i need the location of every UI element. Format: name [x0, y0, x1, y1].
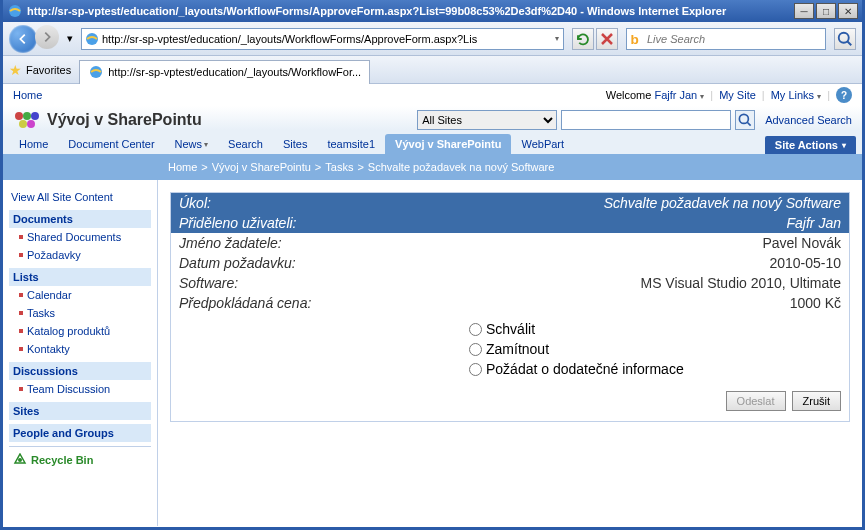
- favorites-label: Favorites: [26, 64, 71, 76]
- leftnav-item[interactable]: Calendar: [9, 286, 151, 304]
- stop-button[interactable]: [596, 28, 618, 50]
- tab-vyvoj-v-sharepointu[interactable]: Vývoj v SharePointu: [385, 134, 511, 154]
- back-button[interactable]: [9, 25, 37, 53]
- top-nav: Home Document Center News▾ Search Sites …: [3, 130, 862, 154]
- url-dropdown[interactable]: ▾: [553, 34, 561, 43]
- leftnav-section-sites[interactable]: Sites: [9, 402, 151, 420]
- svg-point-11: [740, 114, 749, 123]
- bing-icon: b: [627, 30, 645, 48]
- sharepoint-logo-icon: [13, 110, 41, 130]
- leftnav-item[interactable]: Kontakty: [9, 340, 151, 358]
- browser-search-go[interactable]: [834, 28, 856, 50]
- window-title: http://sr-sp-vptest/education/_layouts/W…: [27, 5, 794, 17]
- task-field-label: Přiděleno uživateli:: [179, 215, 379, 231]
- task-field-value: Fajfr Jan: [787, 215, 841, 231]
- refresh-button[interactable]: [572, 28, 594, 50]
- radio-request-info[interactable]: [469, 363, 482, 376]
- tab-webpart[interactable]: WebPart: [511, 134, 574, 154]
- radio-approve[interactable]: [469, 323, 482, 336]
- leftnav-item[interactable]: Katalog produktů: [9, 322, 151, 340]
- site-title: Vývoj v SharePointu: [47, 111, 417, 129]
- sharepoint-topbar: Home Welcome Fajfr Jan ▾ | My Site | My …: [3, 84, 862, 106]
- advanced-search-link[interactable]: Advanced Search: [765, 114, 852, 126]
- site-search-go[interactable]: [735, 110, 755, 130]
- site-title-area: Vývoj v SharePointu All Sites Advanced S…: [3, 106, 862, 130]
- svg-point-8: [31, 112, 39, 120]
- svg-point-13: [18, 458, 22, 462]
- maximize-button[interactable]: □: [816, 3, 836, 19]
- global-home-link[interactable]: Home: [13, 89, 42, 101]
- leftnav-section-documents[interactable]: Documents: [9, 210, 151, 228]
- search-scope-select[interactable]: All Sites: [417, 110, 557, 130]
- task-field-label: Úkol:: [179, 195, 379, 211]
- recycle-icon: [13, 453, 27, 467]
- browser-tab[interactable]: http://sr-sp-vptest/education/_layouts/W…: [79, 60, 370, 84]
- cancel-button[interactable]: Zrušit: [792, 391, 842, 411]
- decision-radio-group: Schválit Zamítnout Požádat o dodatečné i…: [171, 313, 849, 385]
- leftnav-section-people-groups[interactable]: People and Groups: [9, 424, 151, 442]
- svg-line-12: [747, 122, 750, 125]
- svg-point-3: [839, 32, 849, 42]
- ie-icon: [7, 3, 23, 19]
- browser-search-box: b: [626, 28, 826, 50]
- task-field-label: Jméno žadatele:: [179, 235, 379, 251]
- tab-title: http://sr-sp-vptest/education/_layouts/W…: [108, 66, 361, 78]
- site-actions-menu[interactable]: Site Actions▾: [765, 136, 856, 154]
- url-input[interactable]: [102, 33, 553, 45]
- task-field-label: Předpokládaná cena:: [179, 295, 379, 311]
- leftnav-item[interactable]: Požadavky: [9, 246, 151, 264]
- mysite-link[interactable]: My Site: [719, 89, 756, 101]
- breadcrumb: Home > Vývoj v SharePointu > Tasks > Sch…: [3, 154, 862, 180]
- quick-launch: View All Site Content Documents Shared D…: [3, 180, 158, 526]
- tab-home[interactable]: Home: [9, 134, 58, 154]
- task-field-value: 2010-05-10: [769, 255, 841, 271]
- mylinks-menu[interactable]: My Links ▾: [771, 89, 821, 101]
- user-menu[interactable]: Fajfr Jan ▾: [654, 89, 704, 101]
- tab-document-center[interactable]: Document Center: [58, 134, 164, 154]
- close-button[interactable]: ✕: [838, 3, 858, 19]
- page-icon: [84, 31, 100, 47]
- tab-sites[interactable]: Sites: [273, 134, 317, 154]
- tab-search[interactable]: Search: [218, 134, 273, 154]
- tab-teamsite1[interactable]: teamsite1: [317, 134, 385, 154]
- minimize-button[interactable]: ─: [794, 3, 814, 19]
- breadcrumb-current: Schvalte požadavek na nový Software: [368, 161, 555, 173]
- help-icon[interactable]: ?: [836, 87, 852, 103]
- svg-text:b: b: [630, 31, 638, 46]
- nav-history-dropdown[interactable]: ▾: [63, 25, 77, 53]
- task-panel: Úkol:Schvalte požadavek na nový Software…: [170, 192, 850, 422]
- task-field-value: Pavel Novák: [762, 235, 841, 251]
- radio-reject[interactable]: [469, 343, 482, 356]
- task-field-value: MS Visual Studio 2010, Ultimate: [640, 275, 841, 291]
- task-field-value: 1000 Kč: [790, 295, 841, 311]
- url-box: ▾: [81, 28, 564, 50]
- window-titlebar: http://sr-sp-vptest/education/_layouts/W…: [3, 0, 862, 22]
- main-content: Úkol:Schvalte požadavek na nový Software…: [158, 180, 862, 526]
- svg-point-10: [27, 120, 35, 128]
- ie-icon: [88, 64, 104, 80]
- leftnav-section-lists[interactable]: Lists: [9, 268, 151, 286]
- site-search-input[interactable]: [561, 110, 731, 130]
- svg-line-4: [848, 41, 852, 45]
- leftnav-item[interactable]: Shared Documents: [9, 228, 151, 246]
- favorites-button[interactable]: ★ Favorites: [9, 62, 71, 78]
- welcome-text: Welcome Fajfr Jan ▾: [606, 89, 705, 101]
- leftnav-item[interactable]: Tasks: [9, 304, 151, 322]
- breadcrumb-link[interactable]: Vývoj v SharePointu: [212, 161, 311, 173]
- browser-search-input[interactable]: [645, 33, 825, 45]
- tab-news[interactable]: News▾: [165, 134, 219, 154]
- leftnav-section-discussions[interactable]: Discussions: [9, 362, 151, 380]
- view-all-site-content-link[interactable]: View All Site Content: [9, 188, 151, 206]
- svg-point-7: [23, 112, 31, 120]
- forward-button[interactable]: [35, 25, 59, 49]
- recycle-bin-link[interactable]: Recycle Bin: [9, 446, 151, 473]
- task-field-label: Datum požadavku:: [179, 255, 379, 271]
- breadcrumb-link[interactable]: Home: [168, 161, 197, 173]
- svg-point-9: [19, 120, 27, 128]
- leftnav-item[interactable]: Team Discussion: [9, 380, 151, 398]
- task-field-label: Software:: [179, 275, 379, 291]
- submit-button[interactable]: Odeslat: [726, 391, 786, 411]
- svg-point-6: [15, 112, 23, 120]
- task-field-value: Schvalte požadavek na nový Software: [604, 195, 841, 211]
- breadcrumb-link[interactable]: Tasks: [325, 161, 353, 173]
